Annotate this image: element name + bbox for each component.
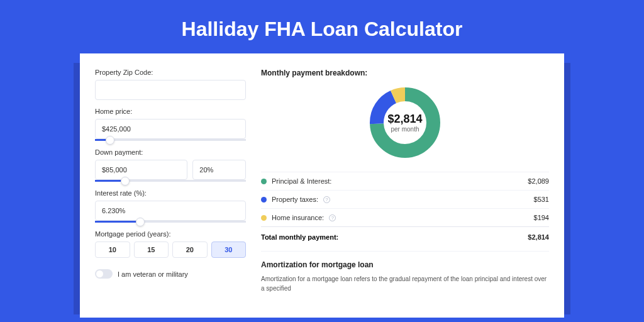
- total-label: Total monthly payment:: [261, 233, 338, 241]
- down-payment-label: Down payment:: [95, 148, 246, 156]
- amortization-text: Amortization for a mortgage loan refers …: [261, 274, 549, 293]
- total-value: $2,814: [528, 233, 549, 241]
- home-price-label: Home price:: [95, 108, 246, 115]
- legend-label: Principal & Interest:: [272, 177, 331, 185]
- amortization-title: Amortization for mortgage loan: [261, 260, 549, 269]
- amortization-section: Amortization for mortgage loan Amortizat…: [261, 251, 549, 293]
- legend-dot-icon: [261, 179, 267, 184]
- legend-label: Home insurance:: [272, 214, 324, 221]
- results-column: Monthly payment breakdown: $2,814 per mo…: [261, 69, 549, 303]
- interest-rate-slider[interactable]: [95, 221, 246, 223]
- donut-chart: $2,814 per month: [367, 85, 443, 160]
- mortgage-period-group: 10152030: [95, 242, 246, 258]
- down-payment-pct-input[interactable]: [192, 160, 246, 180]
- legend-row: Home insurance:?$194: [261, 208, 549, 226]
- legend-value: $531: [534, 196, 549, 203]
- calculator-card: Property Zip Code: Home price: Down paym…: [80, 53, 564, 318]
- interest-rate-input[interactable]: [95, 201, 246, 221]
- total-row: Total monthly payment: $2,814: [261, 226, 549, 247]
- veteran-toggle[interactable]: [95, 269, 113, 279]
- veteran-toggle-label: I am veteran or military: [118, 270, 188, 278]
- period-button-30[interactable]: 30: [211, 242, 247, 258]
- donut-sub: per month: [391, 126, 419, 133]
- legend-value: $2,089: [528, 177, 549, 185]
- period-button-15[interactable]: 15: [134, 242, 169, 258]
- form-column: Property Zip Code: Home price: Down paym…: [95, 69, 246, 303]
- legend-row: Property taxes:?$531: [261, 190, 549, 208]
- legend-row: Principal & Interest:$2,089: [261, 172, 549, 190]
- info-icon[interactable]: ?: [329, 214, 336, 221]
- home-price-slider[interactable]: [95, 139, 246, 141]
- zip-label: Property Zip Code:: [95, 69, 246, 76]
- breakdown-legend: Principal & Interest:$2,089Property taxe…: [261, 172, 549, 226]
- info-icon[interactable]: ?: [323, 196, 330, 203]
- interest-rate-label: Interest rate (%):: [95, 189, 246, 197]
- donut-chart-container: $2,814 per month: [261, 81, 549, 168]
- down-payment-input[interactable]: [95, 160, 187, 180]
- slider-thumb[interactable]: [121, 177, 130, 186]
- mortgage-period-label: Mortgage period (years):: [95, 230, 246, 238]
- legend-value: $194: [534, 214, 549, 221]
- home-price-input[interactable]: [95, 119, 246, 139]
- donut-amount: $2,814: [387, 113, 422, 126]
- slider-thumb[interactable]: [136, 218, 145, 226]
- legend-dot-icon: [261, 197, 267, 203]
- legend-label: Property taxes:: [272, 196, 318, 203]
- zip-input[interactable]: [95, 80, 246, 100]
- down-payment-slider[interactable]: [95, 180, 246, 182]
- page-title: Halliday FHA Loan Calculator: [0, 0, 644, 53]
- legend-dot-icon: [261, 215, 267, 221]
- period-button-20[interactable]: 20: [172, 242, 208, 258]
- period-button-10[interactable]: 10: [95, 242, 130, 258]
- breakdown-title: Monthly payment breakdown:: [261, 69, 549, 77]
- slider-thumb[interactable]: [106, 136, 114, 145]
